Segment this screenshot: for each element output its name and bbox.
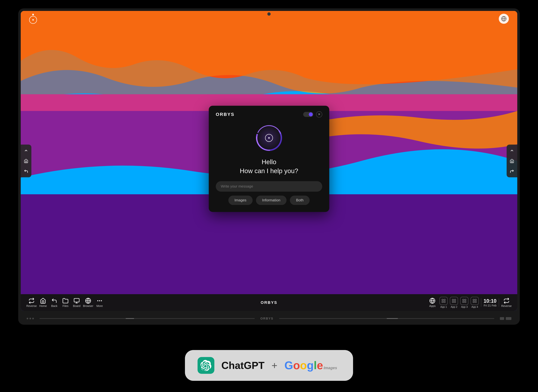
taskbar: Reverse Home Back [21,294,517,311]
svg-rect-28 [465,299,466,300]
taskbar-back-label: Back [51,304,57,308]
taskbar-reverse-right[interactable]: Reverse [501,298,512,308]
taskbar-right: Apps App 1 [428,297,512,308]
google-o2: o [300,359,307,372]
google-logo: GoogleImages [284,359,337,372]
svg-rect-29 [463,301,464,303]
svg-rect-9 [74,298,79,302]
ai-orb-container [216,122,322,153]
bottom-card: ChatGPT + GoogleImages [185,350,353,381]
information-button[interactable]: Information [256,196,286,205]
right-nav-back[interactable] [508,168,516,175]
dialog-header: ORBYS ✕ [216,111,322,117]
app1-label: App 1 [440,306,447,308]
greeting-line2: How can I help you? [240,167,298,175]
taskbar-reverse-left[interactable]: Reverse [26,298,37,308]
taskbar-more[interactable]: More [95,298,105,308]
svg-rect-24 [454,299,456,300]
app3-label: App 3 [461,306,468,308]
taskbar-browser[interactable]: Browser [83,298,93,308]
action-buttons: Images Information Both [216,196,322,205]
left-nav-home[interactable] [22,157,30,165]
svg-point-16 [98,300,98,301]
svg-rect-23 [452,299,453,300]
svg-rect-20 [444,299,445,300]
scroll-thumb-right[interactable] [387,318,398,319]
monitor-strip: ORBYS [18,314,520,323]
dialog-header-right: ✕ [303,111,322,117]
svg-rect-26 [454,301,456,303]
right-nav-home[interactable] [508,157,516,165]
plus-sign: + [271,360,277,371]
scroll-thumb-left[interactable] [126,318,134,319]
taskbar-app3[interactable]: App 3 [460,297,468,308]
chatgpt-icon [198,357,214,374]
strip-ctrl-1[interactable] [500,317,504,320]
app4-label: App 4 [471,306,478,308]
dialog-title: ORBYS [216,112,234,117]
taskbar-reverse-right-label: Reverse [501,304,512,308]
globe-button[interactable] [499,14,509,24]
app2-icon [450,297,458,305]
svg-point-14 [99,300,100,301]
taskbar-reverse-left-label: Reverse [26,304,37,308]
taskbar-home[interactable]: Home [38,298,48,308]
ai-orb-center [265,134,273,142]
message-input-row [216,181,322,191]
clock-display: 10:10 Fri 21 Feb [484,298,496,307]
taskbar-center-logo: ORBYS [261,300,277,305]
logo-dot [32,14,34,15]
svg-rect-19 [442,299,443,300]
svg-rect-34 [475,301,476,303]
taskbar-app4[interactable]: App 4 [471,297,479,308]
strip-dot-3 [32,318,34,319]
strip-ctrl-2[interactable] [506,317,511,320]
app1-icon [439,297,448,305]
app4-icon [471,297,479,305]
greeting-line1: Hello [262,158,276,166]
svg-rect-25 [452,301,453,303]
google-l: l [314,359,317,372]
taskbar-board[interactable]: Board [72,298,81,308]
strip-dots [27,318,34,319]
strip-dot-1 [27,318,28,319]
google-g: G [284,359,293,372]
svg-rect-33 [473,301,474,303]
taskbar-divider-2 [499,298,499,307]
strip-controls [500,317,511,320]
dialog-close-button[interactable]: ✕ [316,111,322,117]
left-nav-back[interactable] [22,168,30,175]
taskbar-more-label: More [96,304,103,308]
both-button[interactable]: Both [290,196,310,205]
taskbar-apps-label: Apps [429,304,436,308]
orbys-logo-topleft[interactable] [29,14,37,24]
google-o1: o [293,359,300,372]
google-logo-area: GoogleImages [284,359,337,372]
taskbar-back[interactable]: Back [49,298,59,308]
logo-circle [29,16,37,24]
google-images-sub: Images [324,366,337,370]
right-side-nav [507,145,517,177]
taskbar-board-label: Board [73,304,81,308]
chatgpt-label: ChatGPT [221,360,265,371]
left-nav-up[interactable] [22,147,30,154]
google-g2: g [307,359,314,372]
taskbar-app2[interactable]: App 2 [450,297,458,308]
monitor-shell: ORBYS ✕ [18,8,520,325]
google-e: e [317,359,323,372]
message-input[interactable] [216,181,322,191]
taskbar-apps[interactable]: Apps [428,298,437,308]
scroll-track-right [279,318,494,319]
right-nav-up[interactable] [508,147,516,154]
ai-orb [254,122,284,153]
scroll-track-left [39,318,255,319]
dark-mode-toggle[interactable] [303,112,313,117]
taskbar-files[interactable]: Files [61,298,70,308]
svg-point-15 [101,300,102,301]
taskbar-app1[interactable]: App 1 [439,297,448,308]
svg-rect-27 [463,299,464,300]
app3-icon [460,297,468,305]
app2-label: App 2 [451,306,457,308]
images-button[interactable]: Images [228,196,252,205]
left-side-nav [21,145,31,177]
